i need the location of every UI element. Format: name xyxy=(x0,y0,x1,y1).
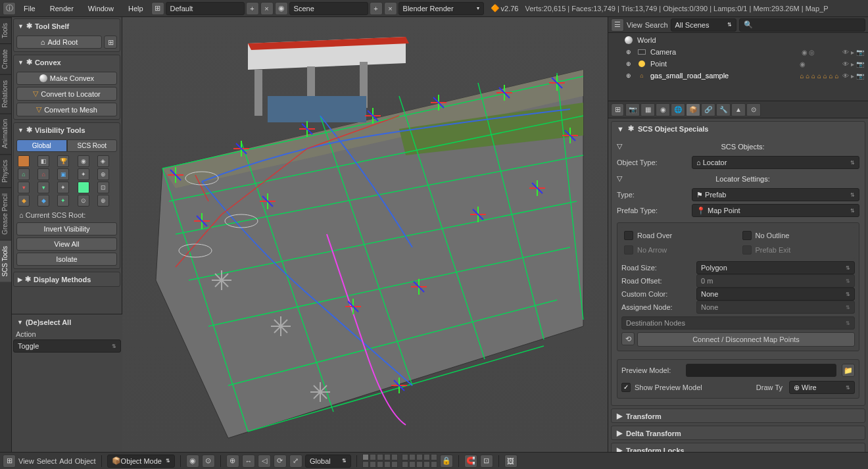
tab-create[interactable]: Create xyxy=(0,43,11,74)
prefab-type-selector[interactable]: 📍 Map Point⇅ xyxy=(692,204,859,217)
properties-editor-icon[interactable]: ⊞ xyxy=(611,103,624,116)
scs-objects-subheader[interactable]: ▽SCS Objects: xyxy=(617,139,859,153)
prop-tab-scene[interactable]: ◉ xyxy=(656,103,670,116)
scene-add-icon[interactable]: + xyxy=(370,2,383,15)
vis-icon-8[interactable]: ▣ xyxy=(57,168,69,180)
vis-icon-17[interactable]: ◆ xyxy=(37,195,49,207)
render-preview-icon[interactable]: 🖼 xyxy=(504,455,518,468)
outliner-search-menu[interactable]: Search xyxy=(645,21,668,29)
vis-icon-1[interactable] xyxy=(18,155,30,167)
vis-icon-20[interactable]: ⊕ xyxy=(97,195,109,207)
vis-icon-12[interactable]: ▾ xyxy=(37,182,49,193)
add-root-button[interactable]: ⌂ Add Root xyxy=(16,36,102,49)
menu-window[interactable]: Window xyxy=(82,2,120,15)
toggle-scs-root[interactable]: SCS Root xyxy=(67,139,118,152)
outliner-item-world[interactable]: World xyxy=(608,34,868,46)
vis-icon-7[interactable]: ⌂ xyxy=(37,168,49,180)
vis-icon-14[interactable] xyxy=(78,182,89,193)
tab-grease-pencil[interactable]: Grease Pencil xyxy=(0,187,11,240)
tab-animation[interactable]: Animation xyxy=(0,113,11,153)
lock-layers-icon[interactable]: 🔒 xyxy=(440,455,453,468)
action-selector[interactable]: Toggle⇅ xyxy=(13,339,121,353)
vis-icon-2[interactable]: ◧ xyxy=(37,155,49,167)
custom-color-selector[interactable]: None⇅ xyxy=(696,287,855,301)
3dview-editor-icon[interactable]: ⊞ xyxy=(3,455,16,468)
tab-physics[interactable]: Physics xyxy=(0,154,11,187)
vis-icon-18[interactable]: ✦ xyxy=(57,195,69,207)
road-over-checkbox[interactable]: Road Over xyxy=(624,230,735,241)
mode-selector[interactable]: 📦 Object Mode⇅ xyxy=(107,455,175,468)
layout-add-icon[interactable]: + xyxy=(246,2,259,15)
shading-option-icon[interactable]: ⊙ xyxy=(202,455,215,468)
layout-browse-icon[interactable]: ⊞ xyxy=(151,2,164,15)
connect-disconnect-button[interactable]: Connect / Disconnect Map Points xyxy=(637,332,855,347)
layer-buttons[interactable] xyxy=(362,454,437,468)
vis-icon-13[interactable]: ✦ xyxy=(57,182,69,193)
vis-icon-5[interactable]: ◈ xyxy=(97,155,109,167)
toolshelf-header[interactable]: ▼✱ Tool Shelf xyxy=(14,19,120,33)
prop-tab-render[interactable]: 📷 xyxy=(625,103,640,116)
outliner-search-input[interactable]: 🔍 xyxy=(739,18,865,32)
outliner-item-point[interactable]: ⊕ Point ◉ 👁 ▸ 📷 xyxy=(608,58,868,70)
vis-icon-19[interactable]: ⊙ xyxy=(78,195,89,207)
show-preview-checkbox[interactable]: Show Preview Model xyxy=(621,382,702,393)
snap-icon[interactable]: 🧲 xyxy=(464,455,477,468)
shading-solid-icon[interactable]: ◉ xyxy=(186,455,199,468)
toggle-global[interactable]: Global xyxy=(16,139,67,152)
prop-tab-data[interactable]: ▲ xyxy=(731,103,746,116)
renderer-selector[interactable]: Blender Render▾ xyxy=(398,2,484,15)
object-type-selector[interactable]: ⌂ Locator⇅ xyxy=(692,156,859,169)
invert-visibility-button[interactable]: Invert Visibility xyxy=(16,222,117,235)
outliner-editor-icon[interactable]: ☰ xyxy=(611,18,624,32)
type-selector[interactable]: ⚑ Prefab⇅ xyxy=(692,188,859,201)
scene-remove-icon[interactable]: × xyxy=(384,2,397,15)
3d-viewport[interactable] xyxy=(122,17,608,452)
vis-icon-6[interactable]: ⌂ xyxy=(18,168,30,180)
menu-file[interactable]: File xyxy=(17,2,42,15)
prop-tab-world[interactable]: 🌐 xyxy=(671,103,685,116)
outliner-filter[interactable]: All Scenes⇅ xyxy=(671,18,736,32)
info-editor-icon[interactable]: ⓘ xyxy=(3,2,16,15)
menu-render[interactable]: Render xyxy=(43,2,80,15)
menu-help[interactable]: Help xyxy=(122,2,150,15)
orientation-selector[interactable]: Global⇅ xyxy=(305,455,351,468)
no-outline-checkbox[interactable]: No Outline xyxy=(742,230,853,241)
snap-type-icon[interactable]: ⊡ xyxy=(480,455,493,468)
layout-remove-icon[interactable]: × xyxy=(260,2,274,15)
view-all-button[interactable]: View All xyxy=(16,237,117,251)
convex-header[interactable]: ▼✱ Convex xyxy=(14,55,120,69)
bottom-select-menu[interactable]: Select xyxy=(37,457,57,465)
add-root-options-icon[interactable]: ⊞ xyxy=(104,36,117,49)
display-methods-header[interactable]: ▶✱ Display Methods xyxy=(14,272,120,286)
road-size-selector[interactable]: Polygon⇅ xyxy=(696,261,855,274)
vis-icon-9[interactable]: ✦ xyxy=(78,168,89,180)
vis-icon-10[interactable]: ⊕ xyxy=(97,168,109,180)
outliner-view-menu[interactable]: View xyxy=(627,21,642,29)
vis-icon-4[interactable]: ◉ xyxy=(78,155,89,167)
prop-tab-object[interactable]: 📦 xyxy=(686,103,700,116)
connect-icon-button[interactable]: ⟲ xyxy=(621,332,635,345)
tab-tools[interactable]: Tools xyxy=(0,17,11,43)
manip-scale-icon[interactable]: ⤢ xyxy=(289,455,302,468)
delta-transform-panel-header[interactable]: ▶Delta Transform xyxy=(612,426,865,440)
pivot-icon[interactable]: ⊕ xyxy=(226,455,239,468)
preview-model-input[interactable] xyxy=(686,364,836,377)
scene-selector[interactable]: Scene xyxy=(289,2,368,15)
tab-scs-tools[interactable]: SCS Tools xyxy=(0,240,11,282)
vis-icon-3[interactable]: 🏆 xyxy=(57,155,69,167)
vis-icon-11[interactable]: ▾ xyxy=(18,182,30,193)
make-convex-button[interactable]: Make Convex xyxy=(16,72,117,85)
bottom-add-menu[interactable]: Add xyxy=(59,457,72,465)
transform-locks-panel-header[interactable]: ▶Transform Locks xyxy=(612,443,865,452)
outliner-item-gas-sample[interactable]: ⊕ ⌂ gas_small_road_sample ⌂ ⌂ ⌂ ⌂ ⌂ ⌂ ⌂ … xyxy=(608,70,868,82)
prop-tab-constraints[interactable]: 🔗 xyxy=(701,103,715,116)
transform-panel-header[interactable]: ▶Transform xyxy=(612,409,865,423)
prop-tab-physics[interactable]: ⊙ xyxy=(746,103,761,116)
bottom-object-menu[interactable]: Object xyxy=(75,457,96,465)
draw-type-selector[interactable]: ⊕ Wire⇅ xyxy=(789,381,855,394)
prop-tab-layers[interactable]: ▦ xyxy=(640,103,655,116)
tab-relations[interactable]: Relations xyxy=(0,74,11,113)
preview-model-browse-icon[interactable]: 📁 xyxy=(842,364,855,377)
vis-icon-16[interactable]: ◆ xyxy=(18,195,30,207)
isolate-button[interactable]: Isolate xyxy=(16,253,117,266)
